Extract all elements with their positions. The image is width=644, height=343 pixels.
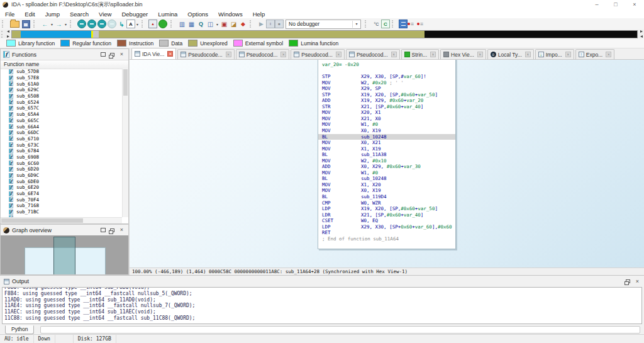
- close-panel-icon[interactable]: ×: [633, 278, 642, 286]
- function-list-item[interactable]: fsub_6D20: [1, 166, 122, 172]
- code-line[interactable]: STRX21, [SP,#0x60+var_40]: [318, 104, 455, 110]
- tab-close-icon[interactable]: ×: [226, 52, 231, 57]
- float-panel-button[interactable]: [108, 50, 117, 59]
- code-line[interactable]: ADDX19, X29, #0x60+var_20: [318, 98, 455, 104]
- debugger-queue-icon[interactable]: Q: [196, 20, 206, 28]
- code-line[interactable]: STPX29, X30, [SP,#var_60]!: [318, 74, 455, 80]
- graph-viewport-rect[interactable]: [53, 237, 75, 274]
- function-list-item[interactable]: fsub_657C: [1, 105, 122, 111]
- code-line[interactable]: RET: [318, 230, 455, 236]
- tab-hexvie[interactable]: Hex Vie...×: [440, 49, 486, 59]
- functions-vertical-scrollbar[interactable]: [122, 69, 128, 217]
- graph-overview-canvas[interactable]: [1, 235, 128, 274]
- function-list-item[interactable]: fsub_66A4: [1, 123, 122, 130]
- tab-close-icon[interactable]: ×: [430, 52, 436, 57]
- breakpoint-diamond-icon[interactable]: ◆: [238, 20, 248, 28]
- function-list-item[interactable]: fsub_6DE0: [1, 178, 122, 184]
- restore-button[interactable]: □: [606, 0, 625, 9]
- function-list-item[interactable]: fsub_57E8: [1, 75, 122, 81]
- maximize-panel-button[interactable]: [98, 226, 108, 234]
- menu-jump[interactable]: Jump: [40, 10, 65, 18]
- navigation-band-track[interactable]: [11, 30, 638, 38]
- chevron-down-icon[interactable]: ▾: [215, 22, 219, 26]
- function-list-item[interactable]: fsub_6524: [1, 99, 122, 105]
- tab-close-icon[interactable]: ×: [280, 52, 286, 57]
- code-line[interactable]: MOVX20, X1: [318, 110, 455, 116]
- function-list-item[interactable]: fsub_57D8: [1, 69, 122, 75]
- code-line[interactable]: MOVX1, X19: [318, 146, 455, 152]
- code-line[interactable]: CSETW0, EQ: [318, 218, 455, 224]
- code-line[interactable]: MOVX0, X21: [318, 140, 455, 146]
- functions-panel-title-bar[interactable]: f Functions ×: [1, 49, 128, 60]
- tab-strin[interactable]: Strin...×: [401, 49, 440, 59]
- chevron-down-icon[interactable]: ▾: [50, 22, 54, 26]
- lumina-status-icon[interactable]: [158, 20, 167, 28]
- save-database-icon[interactable]: [22, 20, 30, 28]
- navband-right-arrows[interactable]: [638, 30, 644, 38]
- code-line[interactable]: CMPW0, WZR: [318, 200, 455, 206]
- debugger-select-dropdown[interactable]: No debugger▾: [286, 20, 361, 29]
- navigate-forward-icon[interactable]: →: [54, 20, 64, 28]
- menu-lumina[interactable]: Lumina: [153, 10, 182, 18]
- close-panel-icon[interactable]: ×: [117, 50, 126, 59]
- float-panel-button[interactable]: [108, 226, 117, 234]
- tab-idavie[interactable]: IDA Vie...×: [131, 48, 176, 59]
- function-list-item[interactable]: fsub_6D9C: [1, 172, 122, 179]
- function-list-item[interactable]: fsub_6E20: [1, 184, 122, 191]
- debugger-watches-icon[interactable]: ◫: [206, 20, 215, 28]
- menu-help[interactable]: Help: [248, 10, 270, 18]
- menu-windows[interactable]: Windows: [213, 10, 248, 18]
- output-panel-title-bar[interactable]: Output ×: [0, 276, 644, 287]
- code-line[interactable]: MOVW1, #0: [318, 121, 455, 128]
- tab-pseudocode[interactable]: Pseudocode...×: [177, 49, 234, 59]
- tab-close-icon[interactable]: ×: [477, 52, 483, 57]
- scrollbar-thumb[interactable]: [123, 69, 128, 96]
- menu-file[interactable]: File: [0, 10, 19, 18]
- code-line[interactable]: MOVW2, #0x10: [318, 158, 455, 164]
- navband-segment-extern[interactable]: [425, 31, 638, 38]
- quick-view-c-icon[interactable]: °C: [372, 20, 381, 28]
- tab-expo[interactable]: Expo...×: [575, 49, 614, 59]
- debugger-terminate-window-icon[interactable]: ▣: [219, 20, 229, 28]
- tab-pseudocod[interactable]: Pseudocod...×: [236, 49, 290, 59]
- code-line[interactable]: MOVX21, X0: [318, 116, 455, 122]
- database-disabled-icon[interactable]: [108, 20, 116, 28]
- stop-process-icon[interactable]: ■: [275, 20, 284, 28]
- graph-overview-title-bar[interactable]: Graph overview ×: [1, 225, 128, 236]
- output-log[interactable]: F8B0: using guessed type __int64 sub_F8B…: [2, 287, 642, 324]
- float-panel-button[interactable]: [623, 278, 633, 286]
- code-line[interactable]: var_20= -0x20: [318, 62, 455, 68]
- ida-view-canvas[interactable]: var_20= -0x20 STPX29, X30, [SP,#var_60]!…: [130, 60, 644, 267]
- breakpoint-list-alt-icon[interactable]: ≡: [417, 20, 426, 28]
- code-line[interactable]: STPX19, X20, [SP,#0x60+var_50]: [318, 92, 455, 98]
- close-button[interactable]: ×: [625, 0, 644, 9]
- function-list-item[interactable]: fsub_6508: [1, 93, 122, 99]
- code-line[interactable]: MOVX0, X19: [318, 128, 455, 134]
- navigate-back-icon[interactable]: ←: [40, 20, 50, 28]
- menu-search[interactable]: Search: [65, 10, 94, 18]
- navband-segment-regular-function[interactable]: [21, 31, 91, 38]
- navband-left-arrows[interactable]: [5, 30, 11, 38]
- code-line[interactable]: MOVX1, X20: [318, 182, 455, 188]
- chevron-down-icon[interactable]: ▾: [135, 22, 140, 26]
- menu-edit[interactable]: Edit: [19, 10, 40, 18]
- scrollbar-thumb[interactable]: [1, 218, 83, 223]
- open-file-icon[interactable]: [10, 21, 19, 28]
- debugger-modules-icon[interactable]: ▦: [187, 20, 196, 28]
- code-line[interactable]: ; End of function sub_11A64: [318, 236, 455, 242]
- menu-view[interactable]: View: [94, 10, 116, 18]
- function-list-item[interactable]: fsub_665C: [1, 118, 122, 124]
- function-name-column-header[interactable]: Function name: [1, 60, 128, 69]
- code-line[interactable]: BLsub_10248: [318, 176, 455, 182]
- chevron-down-icon[interactable]: ▾: [64, 22, 68, 26]
- disassembly-listing[interactable]: var_20= -0x20 STPX29, X30, [SP,#var_60]!…: [318, 60, 456, 249]
- code-line[interactable]: ADDX0, X29, #0x60+var_30: [318, 164, 455, 170]
- navband-segment-data[interactable]: [93, 31, 99, 38]
- tab-close-icon[interactable]: ×: [525, 52, 531, 57]
- functions-horizontal-scrollbar[interactable]: [1, 217, 122, 223]
- window-list-icon[interactable]: [399, 20, 408, 28]
- function-list-item[interactable]: fsub_66DC: [1, 130, 122, 136]
- cli-input[interactable]: [40, 326, 640, 334]
- database-segments-icon[interactable]: [77, 20, 86, 28]
- tab-close-icon[interactable]: ×: [336, 52, 341, 57]
